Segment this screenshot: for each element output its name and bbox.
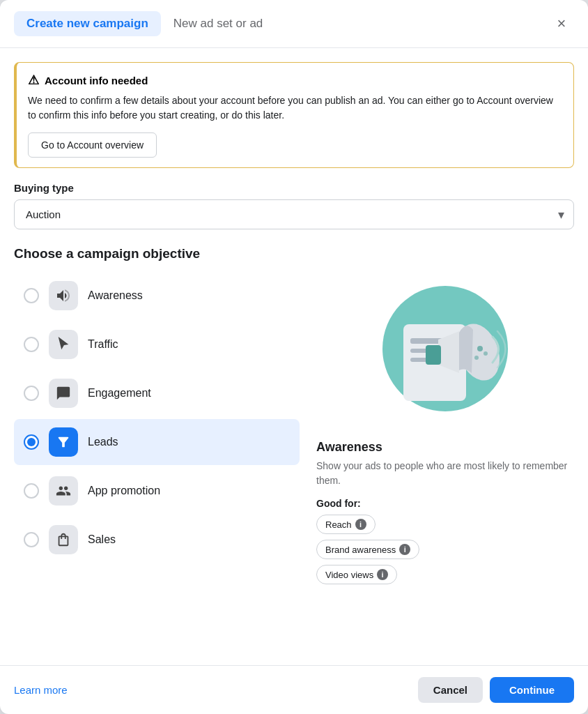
tag-reach: Reach i xyxy=(316,515,376,534)
objective-detail-panel: Awareness Show your ads to people who ar… xyxy=(316,273,574,590)
radio-traffic[interactable] xyxy=(24,337,39,352)
close-button[interactable]: × xyxy=(549,11,574,36)
modal-footer: Learn more Cancel Continue xyxy=(0,665,588,714)
objective-item-leads[interactable]: Leads xyxy=(14,419,300,465)
objective-item-traffic[interactable]: Traffic xyxy=(14,321,300,367)
traffic-icon-wrap xyxy=(49,330,78,359)
svg-rect-6 xyxy=(426,345,441,365)
leads-label: Leads xyxy=(88,436,118,448)
radio-sales[interactable] xyxy=(24,532,39,547)
tab-new-ad-set[interactable]: New ad set or ad xyxy=(161,11,276,36)
chat-icon xyxy=(56,386,71,401)
info-icon-brand[interactable]: i xyxy=(399,544,410,555)
radio-leads[interactable] xyxy=(24,434,39,450)
tag-video-views-label: Video views xyxy=(325,570,373,580)
app-promotion-icon-wrap xyxy=(49,476,78,506)
objective-item-app-promotion[interactable]: App promotion xyxy=(14,468,300,514)
tags-container: Reach i Brand awareness i Video views i xyxy=(316,515,574,590)
buying-type-section: Buying type Auction Reach and Frequency … xyxy=(14,182,574,229)
objective-item-sales[interactable]: Sales xyxy=(14,517,300,563)
cancel-button[interactable]: Cancel xyxy=(418,677,483,703)
radio-app-promotion[interactable] xyxy=(24,483,39,499)
awareness-label: Awareness xyxy=(88,289,143,302)
buying-type-select[interactable]: Auction Reach and Frequency TRP Buying xyxy=(14,199,574,229)
objective-item-engagement[interactable]: Engagement xyxy=(14,370,300,416)
objective-item-awareness[interactable]: Awareness xyxy=(14,273,300,319)
filter-icon xyxy=(56,434,71,450)
tag-brand-awareness-label: Brand awareness xyxy=(325,545,396,555)
objectives-list: Awareness Traffic xyxy=(14,273,300,590)
shopping-bag-icon xyxy=(56,532,71,547)
people-icon xyxy=(56,483,71,499)
radio-inner-leads xyxy=(27,438,36,446)
sales-icon-wrap xyxy=(49,525,78,554)
svg-point-8 xyxy=(483,351,488,356)
buying-type-label: Buying type xyxy=(14,182,574,194)
megaphone-icon xyxy=(55,287,72,304)
objectives-layout: Awareness Traffic xyxy=(14,273,574,590)
alert-title: ⚠ Account info needed xyxy=(28,73,562,88)
modal-container: Create new campaign New ad set or ad × ⚠… xyxy=(0,0,588,714)
svg-point-7 xyxy=(477,346,483,351)
detail-description: Show your ads to people who are most lik… xyxy=(316,459,574,488)
tag-reach-label: Reach xyxy=(325,519,352,530)
tag-brand-awareness: Brand awareness i xyxy=(316,540,419,559)
good-for-label: Good for: xyxy=(316,498,574,509)
info-icon-video[interactable]: i xyxy=(377,569,388,580)
awareness-icon-wrap xyxy=(49,281,78,310)
footer-buttons: Cancel Continue xyxy=(418,677,574,703)
continue-button[interactable]: Continue xyxy=(490,677,574,703)
sales-label: Sales xyxy=(88,533,116,546)
buying-type-select-wrapper: Auction Reach and Frequency TRP Buying ▾ xyxy=(14,199,574,229)
account-overview-button[interactable]: Go to Account overview xyxy=(28,132,157,158)
tab-create-campaign[interactable]: Create new campaign xyxy=(14,11,161,36)
modal-header: Create new campaign New ad set or ad × xyxy=(0,0,588,48)
tag-video-views: Video views i xyxy=(316,565,397,584)
alert-title-text: Account info needed xyxy=(45,75,148,86)
traffic-label: Traffic xyxy=(88,338,118,351)
engagement-label: Engagement xyxy=(88,387,151,400)
info-icon-reach[interactable]: i xyxy=(355,519,366,530)
campaign-objective-title: Choose a campaign objective xyxy=(14,246,574,261)
alert-body-text: We need to confirm a few details about y… xyxy=(28,93,562,123)
svg-point-9 xyxy=(474,356,479,360)
modal-body: ⚠ Account info needed We need to confirm… xyxy=(0,48,588,658)
app-promotion-label: App promotion xyxy=(88,485,160,497)
campaign-objective-section: Choose a campaign objective Awarene xyxy=(14,246,574,590)
engagement-icon-wrap xyxy=(49,379,78,408)
account-info-alert: ⚠ Account info needed We need to confirm… xyxy=(14,62,574,168)
leads-icon-wrap xyxy=(49,427,78,457)
learn-more-link[interactable]: Learn more xyxy=(14,684,68,696)
radio-awareness[interactable] xyxy=(24,288,39,303)
awareness-illustration xyxy=(362,275,529,429)
megaphone-illustration xyxy=(369,282,522,422)
detail-title: Awareness xyxy=(316,440,574,455)
radio-engagement[interactable] xyxy=(24,386,39,401)
warning-icon: ⚠ xyxy=(28,73,39,88)
cursor-icon xyxy=(56,337,71,352)
